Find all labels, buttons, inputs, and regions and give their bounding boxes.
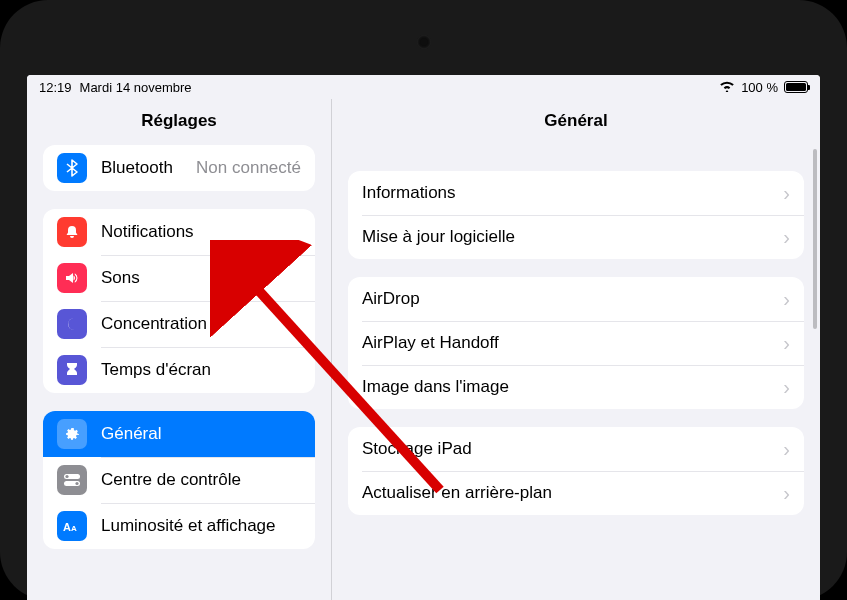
scrollbar[interactable]	[813, 149, 817, 590]
settings-sidebar: Réglages Bluetooth Non connecté	[27, 99, 332, 600]
detail-title: Général	[332, 99, 820, 141]
chevron-right-icon: ›	[783, 332, 790, 355]
chevron-right-icon: ›	[783, 288, 790, 311]
text-size-icon: AA	[57, 511, 87, 541]
sidebar-item-controlcenter[interactable]: Centre de contrôle	[43, 457, 315, 503]
sidebar-item-screentime[interactable]: Temps d'écran	[43, 347, 315, 393]
detail-pane: Général Informations › Mise à jour logic…	[332, 99, 820, 600]
detail-item-label: Actualiser en arrière-plan	[362, 483, 769, 503]
hourglass-icon	[57, 355, 87, 385]
scrollbar-thumb[interactable]	[813, 149, 817, 329]
detail-item-pip[interactable]: Image dans l'image ›	[348, 365, 804, 409]
svg-text:A: A	[71, 524, 77, 533]
status-time: 12:19	[39, 80, 72, 95]
sidebar-item-display[interactable]: AA Luminosité et affichage	[43, 503, 315, 549]
detail-item-label: Image dans l'image	[362, 377, 769, 397]
sidebar-item-label: Bluetooth	[101, 158, 182, 178]
sidebar-item-label: Général	[101, 424, 301, 444]
chevron-right-icon: ›	[783, 482, 790, 505]
screen: 12:19 Mardi 14 novembre 100 % Réglages	[27, 75, 820, 600]
detail-item-label: Stockage iPad	[362, 439, 769, 459]
sidebar-group-notifications: Notifications Sons Concent	[43, 209, 315, 393]
gear-icon	[57, 419, 87, 449]
bell-icon	[57, 217, 87, 247]
status-bar: 12:19 Mardi 14 novembre 100 %	[27, 75, 820, 99]
wifi-icon	[719, 80, 735, 95]
ipad-frame: 12:19 Mardi 14 novembre 100 % Réglages	[0, 0, 847, 600]
battery-icon	[784, 81, 808, 93]
sidebar-item-focus[interactable]: Concentration	[43, 301, 315, 347]
status-date: Mardi 14 novembre	[80, 80, 192, 95]
moon-icon	[57, 309, 87, 339]
detail-item-software-update[interactable]: Mise à jour logicielle ›	[348, 215, 804, 259]
detail-item-airdrop[interactable]: AirDrop ›	[348, 277, 804, 321]
toggles-icon	[57, 465, 87, 495]
sidebar-item-notifications[interactable]: Notifications	[43, 209, 315, 255]
sidebar-group-general: Général Centre de contrôle AA	[43, 411, 315, 549]
sidebar-item-label: Centre de contrôle	[101, 470, 301, 490]
detail-item-airplay[interactable]: AirPlay et Handoff ›	[348, 321, 804, 365]
svg-point-1	[65, 475, 68, 478]
detail-item-background-refresh[interactable]: Actualiser en arrière-plan ›	[348, 471, 804, 515]
detail-item-label: Informations	[362, 183, 769, 203]
sidebar-item-label: Temps d'écran	[101, 360, 301, 380]
speaker-icon	[57, 263, 87, 293]
chevron-right-icon: ›	[783, 182, 790, 205]
detail-item-label: AirDrop	[362, 289, 769, 309]
sidebar-item-status: Non connecté	[196, 158, 301, 178]
sidebar-group-connectivity: Bluetooth Non connecté	[43, 145, 315, 191]
chevron-right-icon: ›	[783, 438, 790, 461]
sidebar-item-sounds[interactable]: Sons	[43, 255, 315, 301]
battery-percent: 100 %	[741, 80, 778, 95]
bluetooth-icon	[57, 153, 87, 183]
chevron-right-icon: ›	[783, 226, 790, 249]
sidebar-title: Réglages	[27, 99, 331, 141]
detail-item-label: Mise à jour logicielle	[362, 227, 769, 247]
camera-dot	[417, 35, 431, 49]
detail-item-storage[interactable]: Stockage iPad ›	[348, 427, 804, 471]
svg-point-3	[75, 482, 78, 485]
sidebar-item-bluetooth[interactable]: Bluetooth Non connecté	[43, 145, 315, 191]
detail-item-informations[interactable]: Informations ›	[348, 171, 804, 215]
chevron-right-icon: ›	[783, 376, 790, 399]
detail-group-storage: Stockage iPad › Actualiser en arrière-pl…	[348, 427, 804, 515]
detail-group-about: Informations › Mise à jour logicielle ›	[348, 171, 804, 259]
detail-group-continuity: AirDrop › AirPlay et Handoff › Image dan…	[348, 277, 804, 409]
svg-text:A: A	[63, 521, 71, 533]
sidebar-item-label: Concentration	[101, 314, 301, 334]
detail-item-label: AirPlay et Handoff	[362, 333, 769, 353]
sidebar-item-label: Sons	[101, 268, 301, 288]
sidebar-item-label: Luminosité et affichage	[101, 516, 301, 536]
sidebar-item-general[interactable]: Général	[43, 411, 315, 457]
sidebar-item-label: Notifications	[101, 222, 301, 242]
